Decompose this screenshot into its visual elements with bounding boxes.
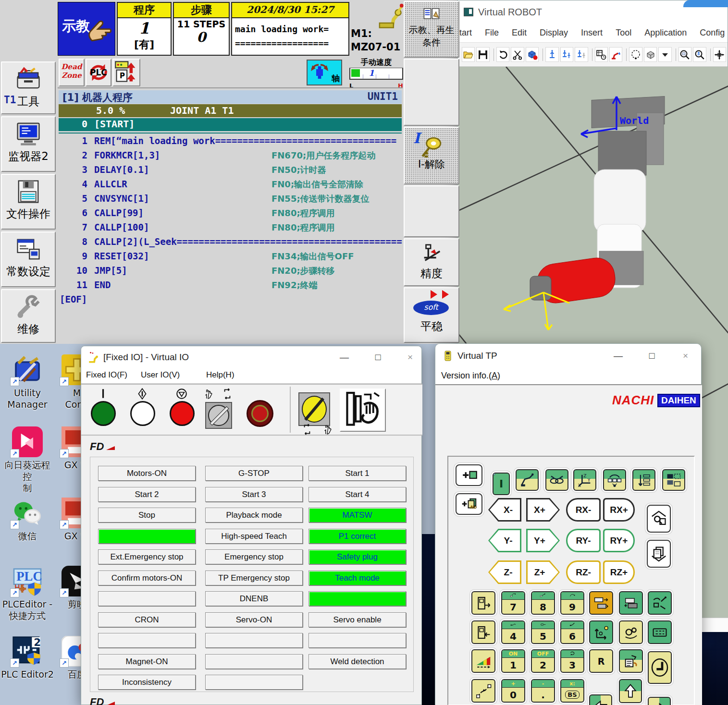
motors-on-lamp-button[interactable] bbox=[91, 401, 116, 426]
tp-key-4[interactable]: 4 bbox=[501, 620, 525, 644]
emergency-stop-button[interactable] bbox=[247, 400, 273, 427]
io-button-servo-enable[interactable]: Servo enable bbox=[308, 612, 406, 627]
cycle-lamp-button[interactable] bbox=[130, 401, 155, 426]
toolbar-jog-axis-button[interactable] bbox=[545, 47, 558, 62]
tp-key-overlap2[interactable] bbox=[619, 591, 643, 615]
smoothness-button[interactable]: soft 平稳 bbox=[404, 287, 459, 343]
io-button-ext-emergency-stop[interactable]: Ext.Emergency stop bbox=[98, 549, 196, 564]
stop-lamp-button[interactable] bbox=[170, 401, 195, 426]
io-button-safety-plug[interactable]: Safety plug bbox=[308, 549, 406, 564]
menu-edit[interactable]: Edit bbox=[512, 28, 527, 38]
tp-jog-ry-minus[interactable]: RY- bbox=[566, 529, 601, 552]
plc-button[interactable]: PLC bbox=[86, 59, 111, 86]
sidebar-item-1[interactable]: 工具 bbox=[1, 61, 56, 114]
tp-key-dot[interactable]: -. bbox=[531, 679, 555, 703]
io-button-start-1[interactable]: Start 1 bbox=[308, 466, 406, 481]
tp-key-3[interactable]: 3 bbox=[560, 649, 584, 673]
toolbar-jog-axis-multi-button[interactable] bbox=[560, 47, 573, 62]
tp-key-check-prog[interactable] bbox=[619, 649, 643, 673]
io-button-blank[interactable] bbox=[308, 633, 406, 648]
io-button-playback-mode[interactable]: Playback mode bbox=[205, 508, 303, 523]
tp-key-door-out[interactable] bbox=[471, 591, 495, 615]
tp-key-prog-robot[interactable] bbox=[648, 591, 672, 615]
io-button-cron[interactable]: CRON bbox=[98, 612, 196, 627]
tp-key-keyboard[interactable] bbox=[648, 620, 672, 644]
io-button-g-stop[interactable]: G-STOP bbox=[205, 466, 303, 481]
tp-key-arrow-left[interactable] bbox=[589, 694, 612, 705]
tp-key-9[interactable]: 9 bbox=[560, 591, 584, 615]
key-switch[interactable] bbox=[298, 392, 330, 426]
tp-key-plus-pages[interactable]: No bbox=[456, 493, 482, 515]
tp-key-1[interactable]: ON1 bbox=[501, 649, 525, 673]
tp-jog-z-minusplus[interactable]: Z+ bbox=[526, 560, 560, 584]
io-button-blank[interactable] bbox=[308, 591, 406, 606]
right-button-blank-1[interactable] bbox=[404, 59, 459, 126]
dead-zone-button[interactable]: Dead Zone bbox=[59, 59, 85, 86]
desktop-icon-c1-0[interactable]: ↗UtilityManager bbox=[1, 354, 54, 410]
desktop-icon-c1-1[interactable]: ↗向日葵远程控制 bbox=[1, 426, 54, 494]
fixed-io-titlebar[interactable]: [Fixed IO] - Virtual IO — □ × bbox=[81, 346, 421, 368]
tp-jog-ry-minusplus[interactable]: RY+ bbox=[603, 529, 635, 552]
minimize-button[interactable]: — bbox=[607, 344, 629, 368]
enable-grip-button[interactable] bbox=[340, 389, 386, 432]
tp-key-7[interactable]: 7 bbox=[501, 591, 525, 615]
fixed-io-menu-2[interactable]: Help(H) bbox=[206, 370, 234, 380]
minimize-button[interactable]: — bbox=[333, 346, 355, 368]
toolbar-pose-box-clock-button[interactable] bbox=[595, 47, 608, 62]
sidebar-item-3[interactable]: 文件操作 bbox=[1, 174, 56, 230]
toolbar-zoom-inout-button[interactable] bbox=[693, 47, 706, 62]
toolbar-select-lasso-button[interactable] bbox=[629, 47, 642, 62]
tp-key-enter[interactable] bbox=[648, 651, 672, 684]
io-button-start-2[interactable]: Start 2 bbox=[98, 487, 196, 502]
tp-key-handshake[interactable] bbox=[545, 469, 568, 491]
manual-speed-bar[interactable]: 1 bbox=[349, 68, 403, 80]
tp-key-overlap[interactable] bbox=[589, 591, 613, 615]
tp-key-interp[interactable] bbox=[471, 679, 495, 703]
io-button-weld-detection[interactable]: Weld detection bbox=[308, 654, 406, 669]
menu-application[interactable]: Application bbox=[644, 28, 687, 38]
tp-jog-rx-minusplus[interactable]: RX+ bbox=[603, 498, 635, 522]
program-start-row[interactable]: 0 [START] bbox=[59, 118, 402, 131]
toolbar-pan-view-button[interactable] bbox=[713, 47, 726, 62]
tp-key-door-in[interactable] bbox=[471, 620, 495, 644]
io-button-motors-on[interactable]: Motors-ON bbox=[98, 466, 196, 481]
mode-selector-switch[interactable] bbox=[205, 402, 232, 429]
menu-file[interactable]: File bbox=[485, 28, 499, 38]
io-button-inconsistency[interactable]: Inconsistency bbox=[98, 675, 196, 690]
io-button-tp-emergency-stop[interactable]: TP Emergency stop bbox=[205, 571, 303, 585]
io-button-stop[interactable]: Stop bbox=[98, 508, 196, 523]
sidebar-item-2[interactable]: 监视器2 bbox=[1, 116, 56, 172]
fixed-io-menu-0[interactable]: Fixed IO(F) bbox=[86, 370, 127, 380]
desktop-icon-c1-4[interactable]: 2↗PLC Editor2 bbox=[1, 636, 54, 680]
virtual-tp-titlebar[interactable]: Virtual TP — □ × bbox=[435, 344, 701, 368]
menu-tool[interactable]: Tool bbox=[616, 28, 631, 38]
io-button-magnet-on[interactable]: Magnet-ON bbox=[98, 654, 196, 669]
io-button-blank[interactable] bbox=[98, 633, 196, 648]
toolbar-robot-jog-button[interactable] bbox=[609, 47, 622, 62]
right-button-blank-2[interactable] bbox=[404, 185, 459, 237]
tp-key-r[interactable]: R bbox=[589, 649, 613, 673]
close-button[interactable]: × bbox=[675, 344, 696, 368]
close-button[interactable]: × bbox=[399, 346, 421, 368]
program-pointer-button[interactable]: P bbox=[112, 59, 140, 86]
axis-jog-button[interactable]: 轴 bbox=[307, 60, 342, 85]
tp-key-coord-jog[interactable] bbox=[589, 620, 613, 644]
io-button-confirm-motors-on[interactable]: Confirm motors-ON bbox=[98, 571, 196, 585]
interference-release-button[interactable]: I I-解除 bbox=[404, 127, 459, 184]
tp-key-speed-wedge[interactable] bbox=[471, 649, 495, 673]
io-button-start-3[interactable]: Start 3 bbox=[205, 487, 303, 502]
maximize-button[interactable]: □ bbox=[367, 346, 389, 368]
tp-jog-rz-minusplus[interactable]: RZ+ bbox=[603, 560, 635, 584]
tp-jog-rx-minus[interactable]: RX- bbox=[566, 498, 601, 522]
io-button-emergency-stop[interactable]: Emergency stop bbox=[205, 549, 303, 564]
tp-key-0[interactable]: +0 bbox=[501, 679, 525, 703]
io-button-blank[interactable] bbox=[205, 633, 303, 648]
tp-key-8[interactable]: 8 bbox=[531, 591, 555, 615]
menu-display[interactable]: Display bbox=[540, 28, 568, 38]
tp-jog-x-minusplus[interactable]: X+ bbox=[526, 498, 560, 522]
io-button-high-speed-teach[interactable]: High-speed Teach bbox=[205, 529, 303, 544]
io-button-teach-mode[interactable]: Teach mode bbox=[308, 571, 406, 585]
toolbar-view-3d-box-button[interactable] bbox=[644, 47, 657, 62]
tp-jog-y-minus[interactable]: Y- bbox=[488, 529, 521, 552]
tp-key-robot-pose[interactable] bbox=[516, 469, 539, 491]
